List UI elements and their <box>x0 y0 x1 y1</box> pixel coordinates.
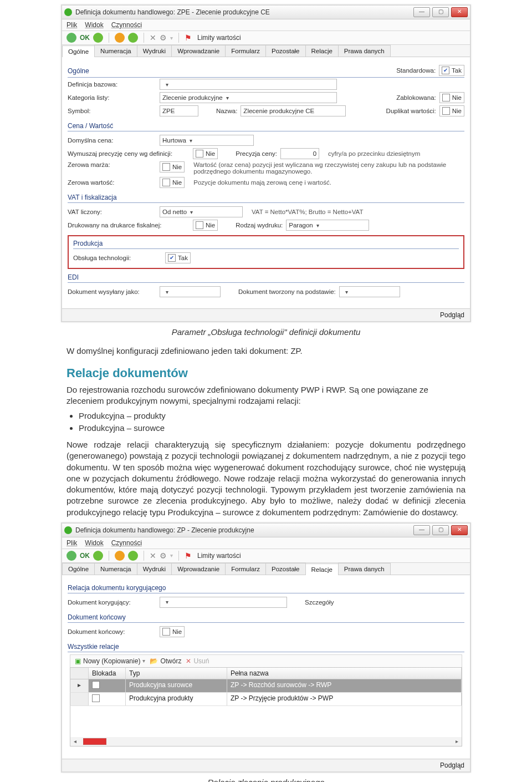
tab-prawa[interactable]: Prawa danych <box>338 563 391 575</box>
statusbar-2: Podgląd <box>62 759 470 771</box>
tab-ogolne[interactable]: Ogólne <box>62 45 95 57</box>
tab-wydruki[interactable]: Wydruki <box>137 563 172 575</box>
tab-wprowadzanie[interactable]: Wprowadzanie <box>171 45 226 57</box>
zablokowana-checkbox[interactable]: Nie <box>439 92 464 103</box>
nazwa-field[interactable]: Zlecenie produkcyjne CE <box>241 105 346 116</box>
window-title-2: Definicja dokumentu handlowego: ZP - Zle… <box>75 526 413 534</box>
tab-pozostale[interactable]: Pozostałe <box>265 563 306 575</box>
grid-row-0[interactable]: ▸ Produkcyjna surowce ZP -> Rozchód suro… <box>70 679 462 693</box>
tab-relacje[interactable]: Relacje <box>305 563 339 575</box>
toolbar-icon-green[interactable] <box>128 551 138 561</box>
tools-icon[interactable]: ✕ <box>150 33 156 42</box>
group-vat-title: VAT i fiskalizacja <box>68 192 464 203</box>
limity-button[interactable]: Limity wartości <box>197 552 241 560</box>
edi-wysylany-field[interactable] <box>160 286 221 297</box>
group-korygujacy-title: Relacja dokumentu korygującego <box>68 583 464 593</box>
grid-otworz-button[interactable]: 📂Otwórz <box>150 657 181 665</box>
tab-wprowadzanie[interactable]: Wprowadzanie <box>171 563 226 575</box>
tools-icon[interactable]: ✕ <box>150 551 156 560</box>
group-produkcja-title: Produkcja <box>73 240 459 247</box>
menu-czynnosci[interactable]: Czynności <box>111 539 142 547</box>
toolbar-icon[interactable] <box>93 33 103 43</box>
rodzaj-wydruku-field[interactable]: Paragon <box>286 220 369 231</box>
symbol-field[interactable]: ZPE <box>160 105 198 116</box>
maximize-button[interactable]: ▢ <box>432 525 449 535</box>
toolbar-icon-orange[interactable] <box>115 551 125 561</box>
grid-scrollbar[interactable]: ◂ ▸ <box>70 737 462 747</box>
paragraph-1: W domyślnej konfiguracji zdefiniowano je… <box>66 346 466 357</box>
tab-numeracja[interactable]: Numeracja <box>94 563 137 575</box>
duplikat-label: Duplikat wartości: <box>386 108 436 114</box>
koncowy-checkbox[interactable]: Nie <box>160 626 185 637</box>
zerowa-wartosc-checkbox[interactable]: Nie <box>160 177 185 188</box>
obsluga-tech-checkbox[interactable]: ✔Tak <box>165 252 191 263</box>
ok-button[interactable]: OK <box>80 552 90 560</box>
menu-plik[interactable]: Plik <box>66 21 77 29</box>
minimize-button[interactable]: — <box>413 525 430 535</box>
toolbar-icon-green[interactable] <box>128 33 138 43</box>
menu-widok[interactable]: Widok <box>85 21 103 29</box>
grid-col-typ[interactable]: Typ <box>126 668 227 679</box>
menu-widok[interactable]: Widok <box>85 539 103 547</box>
ok-icon[interactable] <box>66 33 76 43</box>
tab-formularz[interactable]: Formularz <box>225 563 266 575</box>
menu-plik[interactable]: Plik <box>66 539 77 547</box>
tab-formularz[interactable]: Formularz <box>225 45 266 57</box>
grid-col-nazwa[interactable]: Pełna nazwa <box>227 668 462 679</box>
limity-button[interactable]: Limity wartości <box>197 34 241 42</box>
precyzja-note: cyfry/a po przecinku dziesiętnym <box>328 150 420 157</box>
grid-nowy-button[interactable]: ▣Nowy (Kopiowanie)▾ <box>75 657 145 665</box>
precyzja-label: Precyzja ceny: <box>236 150 277 157</box>
list-item-1: Produkcyjna – produkty <box>79 410 466 422</box>
tab-wydruki[interactable]: Wydruki <box>137 45 172 57</box>
close-button[interactable]: ✕ <box>451 7 468 17</box>
tab-prawa[interactable]: Prawa danych <box>338 45 391 57</box>
close-button[interactable]: ✕ <box>451 525 468 535</box>
tools-icon-2[interactable]: ⚙ <box>160 551 167 560</box>
grid-row-1[interactable]: Produkcyjna produkty ZP -> Przyjęcie pro… <box>70 693 462 706</box>
grid-usun-button[interactable]: ✕Usuń <box>186 657 209 665</box>
ok-button[interactable]: OK <box>80 34 90 42</box>
tab-ogolne[interactable]: Ogólne <box>62 563 95 575</box>
tab-relacje[interactable]: Relacje <box>305 45 339 57</box>
grid-col-blokada[interactable]: Blokada <box>89 668 126 679</box>
def-bazowa-field[interactable] <box>160 79 337 90</box>
flag-icon[interactable]: ⚑ <box>185 33 192 42</box>
kor-label: Dokument korygujący: <box>68 599 156 606</box>
cena-field[interactable]: Hurtowa <box>160 135 254 146</box>
app-icon <box>64 8 72 16</box>
tab-numeracja[interactable]: Numeracja <box>94 45 137 57</box>
drukarka-checkbox[interactable]: Nie <box>193 220 218 231</box>
app-icon <box>64 526 72 534</box>
edi-tworzony-field[interactable] <box>339 286 400 297</box>
standardowa-checkbox[interactable]: ✔Tak <box>439 65 464 76</box>
szczegoly-link[interactable]: Szczegóły <box>305 599 334 606</box>
maximize-button[interactable]: ▢ <box>432 7 449 17</box>
zerowa-marza-checkbox[interactable]: Nie <box>160 161 185 172</box>
menu-czynnosci[interactable]: Czynności <box>111 21 142 29</box>
flag-icon[interactable]: ⚑ <box>185 551 192 560</box>
duplikat-checkbox[interactable]: Nie <box>439 105 464 116</box>
titlebar-2: Definicja dokumentu handlowego: ZP - Zle… <box>62 524 470 537</box>
relations-grid: ▣Nowy (Kopiowanie)▾ 📂Otwórz ✕Usuń Blokad… <box>70 654 462 747</box>
tabs-2: Ogólne Numeracja Wydruki Wprowadzanie Fo… <box>62 563 470 575</box>
minimize-button[interactable]: — <box>413 7 430 17</box>
kor-field[interactable] <box>160 597 287 608</box>
precyzja-def-label: Wymuszaj precyzję ceny wg definicji: <box>68 150 190 157</box>
menubar-1: Plik Widok Czynności <box>62 19 470 31</box>
symbol-label: Symbol: <box>68 108 156 114</box>
precyzja-field[interactable]: 0 <box>280 148 319 159</box>
podglad-label[interactable]: Podgląd <box>440 761 464 769</box>
vat-liczony-field[interactable]: Od netto <box>160 206 243 217</box>
kategoria-field[interactable]: Zlecenie produkcyjne <box>160 92 337 103</box>
tab-pozostale[interactable]: Pozostałe <box>265 45 306 57</box>
toolbar-icon-orange[interactable] <box>115 33 125 43</box>
precyzja-def-checkbox[interactable]: Nie <box>193 148 218 159</box>
tools-icon-2[interactable]: ⚙ <box>160 33 167 42</box>
toolbar-icon[interactable] <box>93 551 103 561</box>
tab-content-1: Ogólne Standardowa: ✔Tak Definicja bazow… <box>62 57 470 308</box>
ok-icon[interactable] <box>66 551 76 561</box>
podglad-label[interactable]: Podgląd <box>440 311 464 319</box>
cena-label: Domyślna cena: <box>68 137 156 144</box>
titlebar-1: Definicja dokumentu handlowego: ZPE - Zl… <box>62 6 470 19</box>
